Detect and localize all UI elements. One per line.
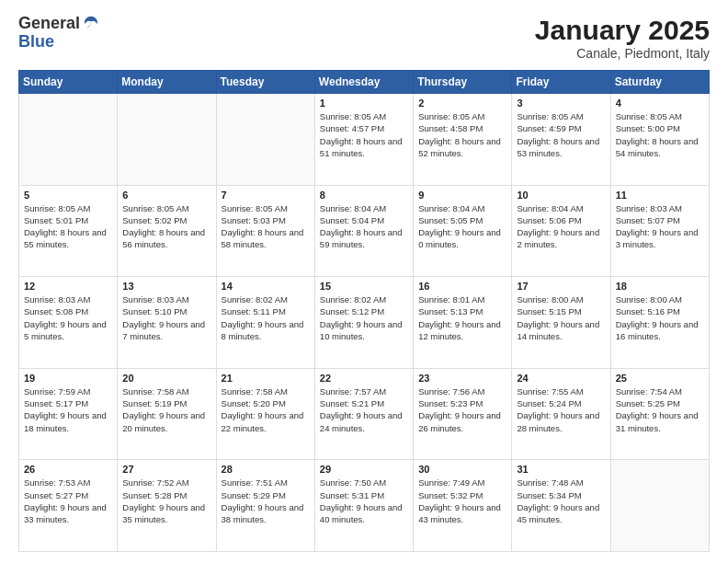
day-info: Sunrise: 7:58 AM Sunset: 5:19 PM Dayligh…: [122, 385, 210, 434]
day-info: Sunrise: 8:00 AM Sunset: 5:15 PM Dayligh…: [517, 293, 605, 342]
day-number: 31: [517, 464, 605, 475]
calendar-cell: 25Sunrise: 7:54 AM Sunset: 5:25 PM Dayli…: [610, 368, 709, 460]
calendar-cell: 12Sunrise: 8:03 AM Sunset: 5:08 PM Dayli…: [19, 277, 118, 369]
logo: General Blue: [18, 15, 100, 52]
day-number: 10: [517, 190, 605, 201]
calendar-cell: 6Sunrise: 8:05 AM Sunset: 5:02 PM Daylig…: [118, 185, 216, 277]
week-row-4: 19Sunrise: 7:59 AM Sunset: 5:17 PM Dayli…: [19, 368, 710, 460]
calendar-cell: [610, 460, 709, 552]
day-info: Sunrise: 7:58 AM Sunset: 5:20 PM Dayligh…: [222, 385, 310, 434]
calendar-cell: [19, 94, 118, 186]
day-info: Sunrise: 8:04 AM Sunset: 5:05 PM Dayligh…: [418, 202, 506, 251]
header: General Blue January 2025 Canale, Piedmo…: [18, 15, 710, 61]
day-info: Sunrise: 8:05 AM Sunset: 4:59 PM Dayligh…: [517, 110, 605, 159]
logo-blue: Blue: [18, 32, 54, 51]
weekday-header-monday: Monday: [118, 71, 216, 94]
day-info: Sunrise: 8:05 AM Sunset: 5:00 PM Dayligh…: [616, 110, 704, 159]
day-info: Sunrise: 7:55 AM Sunset: 5:24 PM Dayligh…: [517, 385, 605, 434]
day-number: 25: [616, 373, 704, 384]
day-info: Sunrise: 7:59 AM Sunset: 5:17 PM Dayligh…: [24, 385, 112, 434]
day-number: 22: [320, 373, 408, 384]
calendar-cell: [216, 94, 314, 186]
day-number: 29: [320, 464, 408, 475]
day-number: 20: [122, 373, 210, 384]
week-row-2: 5Sunrise: 8:05 AM Sunset: 5:01 PM Daylig…: [19, 185, 710, 277]
calendar-cell: 26Sunrise: 7:53 AM Sunset: 5:27 PM Dayli…: [19, 460, 118, 552]
calendar-cell: 20Sunrise: 7:58 AM Sunset: 5:19 PM Dayli…: [118, 368, 216, 460]
calendar-cell: 7Sunrise: 8:05 AM Sunset: 5:03 PM Daylig…: [216, 185, 314, 277]
day-number: 24: [517, 373, 605, 384]
day-info: Sunrise: 8:02 AM Sunset: 5:12 PM Dayligh…: [320, 293, 408, 342]
calendar-cell: [118, 94, 216, 186]
day-number: 14: [222, 281, 310, 292]
weekday-header-tuesday: Tuesday: [216, 71, 314, 94]
day-number: 16: [418, 281, 506, 292]
logo-bird-icon: [82, 15, 100, 33]
day-number: 15: [320, 281, 408, 292]
calendar-table: SundayMondayTuesdayWednesdayThursdayFrid…: [18, 70, 710, 552]
calendar-subtitle: Canale, Piedmont, Italy: [535, 46, 710, 61]
day-info: Sunrise: 7:54 AM Sunset: 5:25 PM Dayligh…: [616, 385, 704, 434]
title-block: January 2025 Canale, Piedmont, Italy: [535, 15, 710, 61]
day-info: Sunrise: 8:01 AM Sunset: 5:13 PM Dayligh…: [418, 293, 506, 342]
calendar-cell: 10Sunrise: 8:04 AM Sunset: 5:06 PM Dayli…: [512, 185, 610, 277]
day-info: Sunrise: 8:05 AM Sunset: 4:57 PM Dayligh…: [320, 110, 408, 159]
day-number: 26: [24, 464, 112, 475]
weekday-header-friday: Friday: [512, 71, 610, 94]
weekday-header-thursday: Thursday: [414, 71, 512, 94]
day-number: 8: [320, 190, 408, 201]
day-info: Sunrise: 8:03 AM Sunset: 5:07 PM Dayligh…: [616, 202, 704, 251]
day-info: Sunrise: 8:05 AM Sunset: 4:58 PM Dayligh…: [418, 110, 506, 159]
calendar-cell: 13Sunrise: 8:03 AM Sunset: 5:10 PM Dayli…: [118, 277, 216, 369]
weekday-header-wednesday: Wednesday: [314, 71, 413, 94]
day-number: 1: [320, 98, 408, 109]
page: General Blue January 2025 Canale, Piedmo…: [0, 0, 728, 563]
day-number: 6: [122, 190, 210, 201]
week-row-3: 12Sunrise: 8:03 AM Sunset: 5:08 PM Dayli…: [19, 277, 710, 369]
day-info: Sunrise: 7:49 AM Sunset: 5:32 PM Dayligh…: [418, 477, 506, 525]
day-info: Sunrise: 7:51 AM Sunset: 5:29 PM Dayligh…: [222, 477, 310, 525]
day-number: 19: [24, 373, 112, 384]
day-number: 12: [24, 281, 112, 292]
calendar-cell: 11Sunrise: 8:03 AM Sunset: 5:07 PM Dayli…: [610, 185, 709, 277]
day-number: 27: [122, 464, 210, 475]
calendar-cell: 9Sunrise: 8:04 AM Sunset: 5:05 PM Daylig…: [414, 185, 512, 277]
calendar-cell: 1Sunrise: 8:05 AM Sunset: 4:57 PM Daylig…: [314, 94, 413, 186]
day-info: Sunrise: 8:05 AM Sunset: 5:01 PM Dayligh…: [24, 202, 112, 251]
calendar-cell: 22Sunrise: 7:57 AM Sunset: 5:21 PM Dayli…: [314, 368, 413, 460]
day-info: Sunrise: 8:03 AM Sunset: 5:10 PM Dayligh…: [122, 293, 210, 342]
day-number: 2: [418, 98, 506, 109]
week-row-5: 26Sunrise: 7:53 AM Sunset: 5:27 PM Dayli…: [19, 460, 710, 552]
calendar-cell: 17Sunrise: 8:00 AM Sunset: 5:15 PM Dayli…: [512, 277, 610, 369]
calendar-cell: 4Sunrise: 8:05 AM Sunset: 5:00 PM Daylig…: [610, 94, 709, 186]
calendar-cell: 2Sunrise: 8:05 AM Sunset: 4:58 PM Daylig…: [414, 94, 512, 186]
day-info: Sunrise: 7:57 AM Sunset: 5:21 PM Dayligh…: [320, 385, 408, 434]
day-number: 7: [222, 190, 310, 201]
weekday-header-saturday: Saturday: [610, 71, 709, 94]
calendar-cell: 19Sunrise: 7:59 AM Sunset: 5:17 PM Dayli…: [19, 368, 118, 460]
day-info: Sunrise: 7:50 AM Sunset: 5:31 PM Dayligh…: [320, 477, 408, 525]
calendar-cell: 21Sunrise: 7:58 AM Sunset: 5:20 PM Dayli…: [216, 368, 314, 460]
day-info: Sunrise: 7:48 AM Sunset: 5:34 PM Dayligh…: [517, 477, 605, 525]
calendar-cell: 24Sunrise: 7:55 AM Sunset: 5:24 PM Dayli…: [512, 368, 610, 460]
day-number: 30: [418, 464, 506, 475]
day-info: Sunrise: 8:03 AM Sunset: 5:08 PM Dayligh…: [24, 293, 112, 342]
day-number: 4: [616, 98, 704, 109]
day-info: Sunrise: 8:02 AM Sunset: 5:11 PM Dayligh…: [222, 293, 310, 342]
calendar-cell: 29Sunrise: 7:50 AM Sunset: 5:31 PM Dayli…: [314, 460, 413, 552]
calendar-cell: 16Sunrise: 8:01 AM Sunset: 5:13 PM Dayli…: [414, 277, 512, 369]
day-number: 18: [616, 281, 704, 292]
day-number: 3: [517, 98, 605, 109]
weekday-header-sunday: Sunday: [19, 71, 118, 94]
calendar-cell: 28Sunrise: 7:51 AM Sunset: 5:29 PM Dayli…: [216, 460, 314, 552]
day-info: Sunrise: 7:53 AM Sunset: 5:27 PM Dayligh…: [24, 477, 112, 525]
calendar-cell: 23Sunrise: 7:56 AM Sunset: 5:23 PM Dayli…: [414, 368, 512, 460]
logo-general: General: [18, 15, 80, 33]
day-info: Sunrise: 8:05 AM Sunset: 5:03 PM Dayligh…: [222, 202, 310, 251]
day-number: 23: [418, 373, 506, 384]
day-number: 9: [418, 190, 506, 201]
day-number: 17: [517, 281, 605, 292]
day-info: Sunrise: 8:04 AM Sunset: 5:06 PM Dayligh…: [517, 202, 605, 251]
calendar-cell: 14Sunrise: 8:02 AM Sunset: 5:11 PM Dayli…: [216, 277, 314, 369]
day-number: 21: [222, 373, 310, 384]
